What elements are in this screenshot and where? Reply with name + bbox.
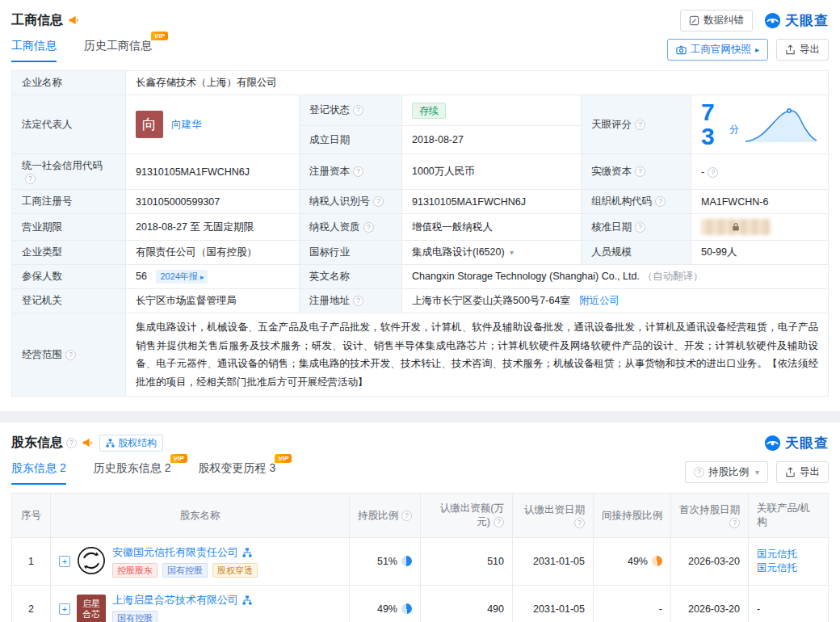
tab-equity-change-history[interactable]: 股权变更历程3 VIP [199, 461, 276, 485]
field-label-industry: 国标行业 [300, 241, 402, 265]
annual-report-badge[interactable]: 2024年报 ▸ [156, 270, 208, 284]
org-code-value: MA1FWCHN-6 [691, 190, 829, 214]
tab-shareholders[interactable]: 股东信息2 [11, 461, 66, 485]
field-label-reg-capital: 注册资本? [300, 154, 402, 190]
help-icon[interactable]: ? [353, 296, 363, 306]
pie-chart-icon[interactable] [401, 603, 412, 614]
help-icon[interactable]: ? [635, 222, 645, 233]
legal-rep-link[interactable]: 向建华 [171, 118, 202, 132]
help-icon[interactable]: ? [66, 438, 77, 448]
score-curve-chart [744, 103, 818, 146]
export-icon [785, 467, 796, 477]
help-icon[interactable]: ? [635, 120, 645, 130]
expand-button[interactable]: + [59, 603, 70, 615]
approval-date-value [691, 214, 829, 241]
help-icon[interactable]: ? [373, 196, 384, 207]
field-label-company-type: 企业类型 [12, 241, 126, 265]
industry-value: 集成电路设计(I6520) ▾ [402, 241, 582, 265]
help-icon[interactable]: ? [65, 350, 76, 360]
status-badge: 存续 [412, 103, 446, 119]
reg-number-value: 310105000599307 [126, 190, 300, 214]
ratio-filter-dropdown[interactable]: ? 持股比例 ▾ [685, 461, 768, 483]
equity-structure-icon[interactable] [242, 548, 252, 557]
field-label-org-code: 组织机构代码? [582, 190, 691, 214]
shareholder-name-link[interactable]: 上海启星合芯技术有限公司 [112, 593, 238, 607]
help-icon[interactable]: ? [25, 174, 36, 184]
company-name-value: 长鑫存储技术（上海）有限公司 [126, 71, 829, 95]
col-header-related: 关联产品/机构 [749, 494, 829, 538]
expand-button[interactable]: + [59, 556, 70, 567]
field-label-insured-count: 参保人数 [12, 265, 126, 289]
help-icon[interactable]: ? [655, 196, 666, 207]
tag-equity-penetration[interactable]: 股权穿透 [212, 563, 258, 578]
company-type-value: 有限责任公司（国有控股） [126, 241, 300, 265]
tag-controlling-shareholder[interactable]: 控股股东 [112, 563, 158, 578]
field-label-english-name: 英文名称 [300, 265, 402, 289]
locked-blurred-value[interactable] [701, 219, 771, 235]
help-icon[interactable]: ? [729, 518, 740, 528]
tag-state-owned[interactable]: 国有控股 [112, 611, 158, 622]
reg-address-value: 上海市长宁区娄山关路500号7-64室 附近公司 [402, 289, 829, 313]
help-icon[interactable]: ? [494, 517, 504, 527]
field-label-legal-rep: 法定代表人 [12, 95, 126, 154]
tag-state-owned[interactable]: 国有控股 [162, 563, 208, 578]
score-unit: 分 [729, 123, 739, 137]
tab-history-business-info[interactable]: 历史工商信息 VIP [84, 39, 152, 62]
shareholder-logo [77, 546, 106, 578]
ratio-cell: 49% [350, 586, 421, 622]
tianyancha-eye-icon [764, 435, 781, 452]
help-icon[interactable]: ? [353, 105, 363, 116]
equity-structure-button[interactable]: 股权结构 [99, 435, 163, 452]
field-label-reg-status: 登记状态? [300, 95, 402, 126]
help-icon[interactable]: ? [708, 167, 718, 178]
reg-capital-value: 1000万人民币 [402, 154, 582, 190]
equity-structure-icon[interactable] [242, 595, 252, 605]
business-info-card: 工商信息 数据纠错 天眼查 工商信息 历史工商信息 VIP [0, 0, 840, 411]
official-snapshot-button[interactable]: 工商官网快照 ▸ [667, 39, 768, 61]
export-icon [785, 44, 796, 55]
field-label-company-name: 企业名称 [12, 71, 126, 95]
business-scope-value: 集成电路设计，机械设备、五金产品及电子产品批发，软件开发，计算机、软件及辅助设备… [126, 313, 829, 397]
export-button[interactable]: 导出 [776, 461, 829, 483]
field-label-paidin-capital: 实缴资本? [582, 154, 691, 190]
chevron-down-icon[interactable]: ▾ [510, 248, 514, 257]
help-icon[interactable]: ? [401, 511, 412, 521]
tab-business-info[interactable]: 工商信息 [11, 39, 57, 62]
data-correction-button[interactable]: 数据纠错 [680, 10, 753, 32]
founded-date-value: 2018-08-27 [402, 126, 582, 154]
section-title-business: 工商信息 [11, 12, 63, 29]
org-chart-icon [106, 439, 115, 448]
amount-cell: 490 [421, 586, 513, 622]
row-index: 1 [12, 538, 51, 586]
field-label-reg-address: 注册地址? [300, 289, 402, 313]
field-label-business-scope: 经营范围? [12, 313, 126, 397]
tab-history-shareholders[interactable]: 历史股东信息2 VIP [94, 461, 171, 485]
field-label-business-term: 营业期限 [12, 214, 126, 241]
pie-chart-icon[interactable] [401, 556, 412, 566]
help-icon[interactable]: ? [353, 166, 363, 177]
legal-rep-avatar: 向 [136, 111, 163, 138]
shareholder-name-link[interactable]: 安徽国元信托有限责任公司 [112, 545, 238, 560]
lock-icon [731, 222, 741, 232]
date-cell: 2031-01-05 [513, 538, 594, 586]
pie-chart-icon[interactable] [652, 556, 662, 566]
col-header-first-date: 首次持股日期? [671, 494, 749, 538]
credit-code-value: 91310105MA1FWCHN6J [126, 154, 300, 190]
staff-size-value: 50-99人 [691, 241, 829, 265]
export-button[interactable]: 导出 [776, 39, 829, 61]
help-icon[interactable]: ? [635, 166, 645, 177]
field-label-reg-number: 工商注册号 [12, 190, 126, 214]
field-label-founded-date: 成立日期 [300, 126, 402, 154]
help-icon[interactable]: ? [574, 518, 585, 528]
tianyancha-eye-icon [764, 12, 781, 29]
field-label-tyc-score: 天眼评分? [582, 95, 691, 154]
shareholder-logo: 启星合芯 [77, 595, 106, 622]
related-product-link[interactable]: 国元信托 [757, 548, 797, 560]
related-products-cell: - [749, 586, 829, 622]
related-product-link[interactable]: 国元信托 [757, 562, 797, 574]
nearby-companies-link[interactable]: 附近公司 [579, 295, 620, 306]
chevron-right-icon: ▸ [755, 45, 759, 54]
help-icon[interactable]: ? [363, 222, 374, 233]
shareholder-tabs: 股东信息2 历史股东信息2 VIP 股权变更历程3 VIP [11, 461, 275, 485]
taxpayer-id-value: 91310105MA1FWCHN6J [402, 190, 582, 214]
